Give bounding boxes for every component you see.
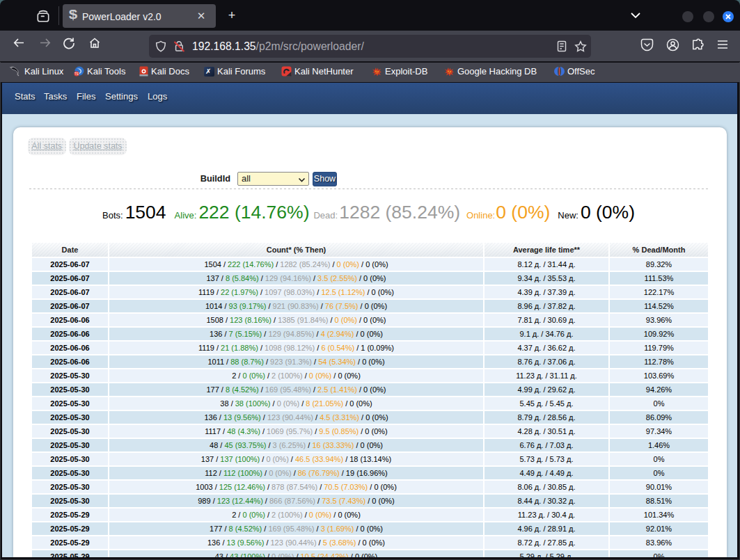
svg-text:TS: TS (74, 72, 79, 76)
